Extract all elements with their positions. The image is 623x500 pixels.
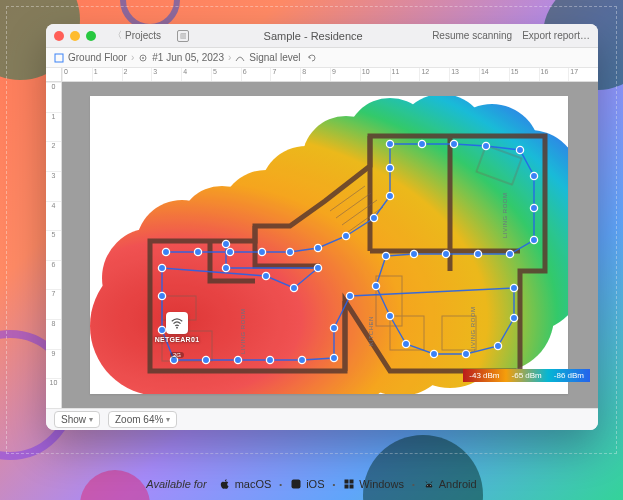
svg-rect-38 bbox=[345, 485, 349, 489]
survey-point[interactable] bbox=[158, 292, 165, 299]
ruler-tick: 2 bbox=[46, 141, 61, 171]
survey-point[interactable] bbox=[226, 248, 233, 255]
survey-point[interactable] bbox=[266, 356, 273, 363]
breadcrumb-floor[interactable]: Ground Floor bbox=[68, 52, 127, 63]
ruler-vertical: 0 1 2 3 4 5 6 7 8 9 10 bbox=[46, 82, 62, 408]
ruler-tick: 13 bbox=[449, 68, 479, 81]
survey-point[interactable] bbox=[314, 264, 321, 271]
survey-point[interactable] bbox=[342, 232, 349, 239]
svg-rect-36 bbox=[345, 480, 349, 484]
survey-point[interactable] bbox=[314, 244, 321, 251]
windows-icon bbox=[343, 478, 355, 490]
chevron-right-icon: › bbox=[131, 52, 134, 63]
survey-point[interactable] bbox=[530, 236, 537, 243]
survey-point[interactable] bbox=[510, 284, 517, 291]
ruler-tick: 9 bbox=[330, 68, 360, 81]
survey-point[interactable] bbox=[410, 250, 417, 257]
layout-icon: ▥ bbox=[177, 30, 189, 42]
survey-point[interactable] bbox=[382, 252, 389, 259]
survey-point[interactable] bbox=[222, 240, 229, 247]
back-projects-label: Projects bbox=[125, 30, 161, 41]
ruler-tick: 6 bbox=[241, 68, 271, 81]
survey-point[interactable] bbox=[450, 140, 457, 147]
survey-point[interactable] bbox=[158, 264, 165, 271]
ruler-tick: 8 bbox=[46, 319, 61, 349]
canvas-viewport[interactable]: LIVING ROOM KITCHEN LIVING ROOM LIVING R… bbox=[62, 82, 598, 408]
svg-point-2 bbox=[142, 57, 144, 59]
ruler-tick: 3 bbox=[151, 68, 181, 81]
breadcrumb-visualization[interactable]: Signal level bbox=[249, 52, 300, 63]
survey-point[interactable] bbox=[290, 284, 297, 291]
survey-point[interactable] bbox=[258, 248, 265, 255]
survey-point[interactable] bbox=[418, 140, 425, 147]
survey-point[interactable] bbox=[386, 312, 393, 319]
survey-point[interactable] bbox=[482, 142, 489, 149]
zoom-icon[interactable] bbox=[86, 31, 96, 41]
survey-point[interactable] bbox=[430, 350, 437, 357]
access-point-marker[interactable]: NETGEAR01 2G bbox=[154, 312, 200, 361]
survey-point[interactable] bbox=[222, 264, 229, 271]
chevron-down-icon: ▾ bbox=[89, 415, 93, 424]
export-report-button[interactable]: Export report… bbox=[522, 30, 590, 41]
resume-scanning-button[interactable]: Resume scanning bbox=[432, 30, 512, 41]
breadcrumb: Ground Floor › #1 Jun 05, 2023 › Signal … bbox=[46, 48, 598, 68]
survey-point[interactable] bbox=[286, 248, 293, 255]
survey-point[interactable] bbox=[530, 204, 537, 211]
survey-point[interactable] bbox=[386, 140, 393, 147]
survey-point[interactable] bbox=[372, 282, 379, 289]
breadcrumb-survey[interactable]: #1 Jun 05, 2023 bbox=[152, 52, 224, 63]
minimize-icon[interactable] bbox=[70, 31, 80, 41]
ruler-tick: 2 bbox=[122, 68, 152, 81]
app-window: 〈 Projects ▥ Sample - Residence Resume s… bbox=[46, 24, 598, 430]
survey-point[interactable] bbox=[402, 340, 409, 347]
survey-point[interactable] bbox=[346, 292, 353, 299]
available-for-label: Available for bbox=[146, 478, 206, 490]
svg-point-40 bbox=[427, 485, 428, 486]
ruler-tick: 7 bbox=[46, 289, 61, 319]
room-label: LIVING ROOM bbox=[240, 308, 246, 354]
survey-point[interactable] bbox=[202, 356, 209, 363]
room-label: LIVING ROOM bbox=[502, 192, 508, 238]
zoom-dropdown[interactable]: Zoom 64% ▾ bbox=[108, 411, 177, 428]
ruler-tick: 1 bbox=[92, 68, 122, 81]
svg-rect-35 bbox=[292, 480, 301, 489]
platform-ios: iOS bbox=[290, 478, 324, 490]
survey-point[interactable] bbox=[516, 146, 523, 153]
ruler-tick: 5 bbox=[211, 68, 241, 81]
ruler-origin bbox=[46, 68, 62, 82]
legend-strong: -43 dBm bbox=[463, 369, 505, 382]
survey-point[interactable] bbox=[510, 314, 517, 321]
survey-point[interactable] bbox=[194, 248, 201, 255]
access-point-band: 2G bbox=[170, 352, 184, 358]
survey-point[interactable] bbox=[530, 172, 537, 179]
survey-point[interactable] bbox=[506, 250, 513, 257]
ruler-tick: 10 bbox=[46, 378, 61, 408]
survey-point[interactable] bbox=[330, 324, 337, 331]
survey-point[interactable] bbox=[330, 354, 337, 361]
survey-icon bbox=[138, 53, 148, 63]
close-icon[interactable] bbox=[54, 31, 64, 41]
survey-point[interactable] bbox=[462, 350, 469, 357]
survey-point[interactable] bbox=[442, 250, 449, 257]
survey-point[interactable] bbox=[262, 272, 269, 279]
survey-point[interactable] bbox=[494, 342, 501, 349]
ruler-tick: 4 bbox=[181, 68, 211, 81]
survey-point[interactable] bbox=[386, 192, 393, 199]
platform-windows: Windows bbox=[343, 478, 404, 490]
survey-point[interactable] bbox=[386, 164, 393, 171]
survey-point[interactable] bbox=[370, 214, 377, 221]
signal-icon bbox=[235, 53, 245, 63]
room-label: LIVING ROOM bbox=[470, 306, 476, 352]
survey-point[interactable] bbox=[162, 248, 169, 255]
survey-point[interactable] bbox=[474, 250, 481, 257]
layout-button[interactable]: ▥ bbox=[172, 28, 194, 44]
ruler-tick: 4 bbox=[46, 201, 61, 231]
platform-macos: macOS bbox=[219, 478, 272, 490]
show-dropdown[interactable]: Show ▾ bbox=[54, 411, 100, 428]
survey-point[interactable] bbox=[298, 356, 305, 363]
ruler-tick: 15 bbox=[509, 68, 539, 81]
ruler-tick: 5 bbox=[46, 230, 61, 260]
back-projects-button[interactable]: 〈 Projects bbox=[108, 27, 166, 44]
survey-point[interactable] bbox=[234, 356, 241, 363]
refresh-icon[interactable] bbox=[307, 53, 317, 63]
